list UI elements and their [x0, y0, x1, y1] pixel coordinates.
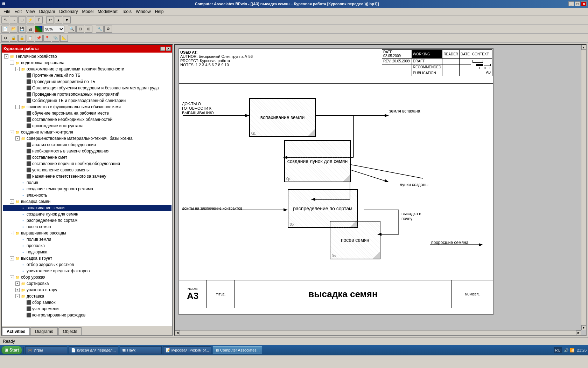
- tool-save[interactable]: 💾: [18, 26, 26, 33]
- tool-lightning[interactable]: ⚡: [27, 16, 34, 23]
- tree-item-30[interactable]: ▪ полив земли: [3, 236, 172, 243]
- tree-item-8[interactable]: ⬛ Соблюдение ТБ и производственной санит…: [3, 97, 172, 104]
- tree-item-33[interactable]: - 📁 высадка в грунт: [3, 255, 172, 261]
- tool-redo[interactable]: ▲: [55, 16, 62, 23]
- tree-item-39[interactable]: - 📁 доставка: [3, 293, 172, 299]
- panel-minimize[interactable]: _: [160, 47, 165, 51]
- tree-item-17[interactable]: ⬛ составление смет: [3, 154, 172, 161]
- tool-colors[interactable]: [35, 26, 43, 33]
- process-box-1[interactable]: вспахивание земли 0р. 1: [249, 98, 316, 137]
- tool-grid[interactable]: ⊞: [85, 26, 92, 33]
- tool-option2[interactable]: ⚙: [104, 26, 112, 33]
- tool-extra6[interactable]: 📍: [43, 35, 51, 42]
- close-button[interactable]: ✕: [581, 1, 587, 6]
- tree-item-14[interactable]: - 📁 совершенствование материально-технич…: [3, 135, 172, 142]
- tree-item-18[interactable]: ⬛ составление перечня необход.оборудован…: [3, 161, 172, 167]
- tree-item-32[interactable]: ▪ подкормка: [3, 249, 172, 255]
- tree-item-20[interactable]: ⬛ назначение ответственного за замену: [3, 173, 172, 179]
- expander-9[interactable]: -: [15, 105, 20, 109]
- tree-item-42[interactable]: ⬛ контролирование расходов: [3, 312, 172, 318]
- taskbar-pauk[interactable]: 🕷 Паук: [120, 346, 162, 354]
- process-box-2[interactable]: создание лунок для семян 0р. 2: [284, 140, 351, 182]
- tool-print[interactable]: 🖨: [27, 26, 34, 33]
- expander-36[interactable]: -: [10, 275, 14, 279]
- tree-item-12[interactable]: ⬛ прохождение инструктажа: [3, 123, 172, 129]
- menu-help[interactable]: Help: [153, 8, 166, 15]
- tab-diagrams[interactable]: Diagrams: [30, 327, 57, 335]
- start-button[interactable]: ⊞ Start: [1, 346, 22, 354]
- v-scrollbar[interactable]: ▲ ▼: [581, 45, 586, 330]
- tree-item-11[interactable]: ⬛ составление необходимых обязанностей: [3, 116, 172, 123]
- expander-2[interactable]: -: [10, 61, 14, 65]
- taskbar-kursovaya[interactable]: 📝 курсовая [Режим ог...: [163, 346, 211, 354]
- expander-13[interactable]: -: [10, 130, 14, 134]
- menu-tools[interactable]: Tools: [120, 8, 134, 15]
- tool-extra2[interactable]: 🔒: [10, 35, 18, 42]
- tool-extra5[interactable]: 📌: [35, 35, 43, 42]
- tree-item-10[interactable]: ⬛ обучение персонала на рабочем месте: [3, 110, 172, 116]
- expander-38[interactable]: +: [15, 288, 20, 292]
- tool-extra4[interactable]: 📋: [27, 35, 34, 42]
- tree-item-2[interactable]: - 📁 подготовка персонала: [3, 60, 172, 66]
- menu-dictionary[interactable]: Dictionary: [57, 8, 80, 15]
- scroll-right[interactable]: ▶: [576, 330, 581, 335]
- tree-item-29[interactable]: - 📁 выращивание рассады: [3, 230, 172, 236]
- scroll-left[interactable]: ◀: [175, 330, 180, 335]
- tree-item-23[interactable]: ▪ влажность: [3, 192, 172, 198]
- expander-14[interactable]: -: [15, 136, 20, 141]
- menu-edit[interactable]: Edit: [12, 8, 24, 15]
- menu-diagram[interactable]: Diagram: [37, 8, 57, 15]
- tool-extra8[interactable]: 📐: [60, 35, 68, 42]
- tree-item-3[interactable]: - 📁 ознакомление с правилами техники без…: [3, 66, 172, 72]
- tree-item-19[interactable]: ⬛ установление сроков замены: [3, 167, 172, 173]
- tree-item-16[interactable]: ⬛ необходимость в замене оборудования: [3, 148, 172, 154]
- expander-29[interactable]: -: [10, 231, 14, 235]
- maximize-button[interactable]: □: [575, 1, 580, 6]
- menu-file[interactable]: File: [1, 8, 12, 15]
- tree-item-21[interactable]: ▪ полив: [3, 179, 172, 186]
- tool-zoom-in[interactable]: 🔍: [68, 26, 76, 33]
- taskbar-computer[interactable]: 🖥 Computer Associates...: [213, 346, 262, 354]
- tree-item-5[interactable]: ⬛ Проведение мероприятий по ТБ: [3, 79, 172, 85]
- tool-open[interactable]: 📂: [10, 26, 18, 33]
- tree-item-13[interactable]: - 📁 создание климат-контроля: [3, 129, 172, 135]
- tree-item-41[interactable]: ⬛ учет времени: [3, 306, 172, 312]
- tree-item-34[interactable]: ▪ отбор здоровых ростков: [3, 261, 172, 268]
- tree-item-31[interactable]: ▪ прополка: [3, 243, 172, 249]
- tree-item-38[interactable]: + 📁 упаковка в тару: [3, 287, 172, 293]
- menu-modelmart[interactable]: ModelMart: [96, 8, 120, 15]
- menu-model[interactable]: Model: [80, 8, 96, 15]
- expander-1[interactable]: -: [4, 54, 8, 59]
- tool-rect[interactable]: □: [18, 16, 26, 23]
- minimize-button[interactable]: _: [568, 1, 574, 6]
- tool-arrow[interactable]: →: [10, 16, 18, 23]
- taskbar-kurs[interactable]: 📄 курсач для передел...: [69, 346, 118, 354]
- process-box-4[interactable]: посев семян 0р. 4: [330, 221, 380, 259]
- tree-item-6[interactable]: ⬛ Организация обучения передовым и безоп…: [3, 85, 172, 91]
- tree-item-28[interactable]: ▪ посев семян: [3, 224, 172, 230]
- tool-text[interactable]: T: [35, 16, 43, 23]
- menu-window[interactable]: Window: [134, 8, 153, 15]
- tree-item-26[interactable]: ▪ создание лунок для семян: [3, 211, 172, 217]
- tool-extra7[interactable]: 📎: [52, 35, 59, 42]
- tree-item-36[interactable]: - 📁 сбор урожая: [3, 274, 172, 280]
- tab-activities[interactable]: Activities: [2, 327, 30, 335]
- tree-item-37[interactable]: + 📁 сортировка: [3, 280, 172, 287]
- tool-extra1[interactable]: ⊙: [1, 35, 9, 42]
- expander-24[interactable]: -: [10, 199, 14, 204]
- expander-37[interactable]: +: [15, 281, 20, 286]
- tab-objects[interactable]: Objects: [58, 327, 82, 335]
- tree-item-15[interactable]: ⬛ анализ состояния оборудования: [3, 142, 172, 148]
- expander-39[interactable]: -: [15, 294, 20, 298]
- panel-close[interactable]: ✕: [166, 47, 171, 51]
- expander-3[interactable]: -: [15, 67, 20, 71]
- tree-item-25[interactable]: ▪ вспахивание земли: [3, 205, 172, 211]
- menu-view[interactable]: View: [24, 8, 37, 15]
- tree-item-22[interactable]: ▪ создание температурного режима: [3, 186, 172, 192]
- tree-item-1[interactable]: - 📁 Тепличное хозяйство: [3, 53, 172, 60]
- tree-item-40[interactable]: ⬛ сбор заявок: [3, 299, 172, 306]
- tree-item-35[interactable]: ▪ уничтожение вредных факторов: [3, 268, 172, 274]
- scroll-down[interactable]: ▼: [581, 325, 586, 330]
- tool-down[interactable]: ▼: [63, 16, 71, 23]
- tree-item-27[interactable]: ▪ распределение по сортам: [3, 217, 172, 224]
